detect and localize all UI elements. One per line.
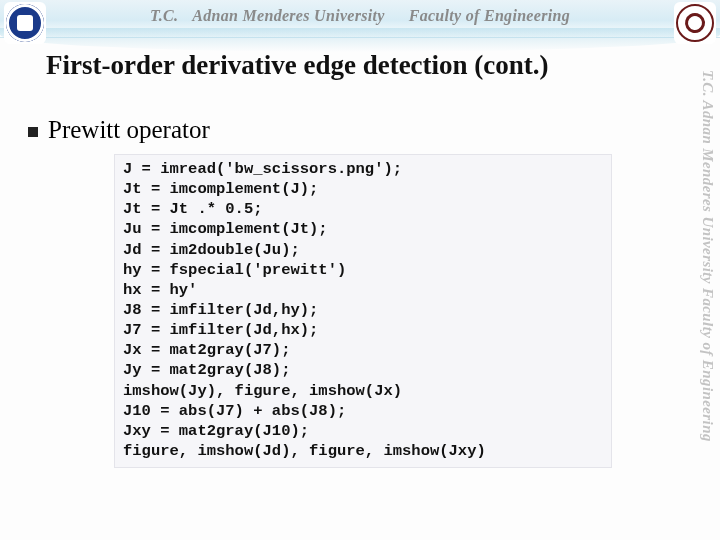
bullet-label: Prewitt operator [48, 116, 210, 144]
seal-icon [6, 4, 44, 42]
matlab-code-block: J = imread('bw_scissors.png'); Jt = imco… [114, 154, 612, 468]
side-watermark: T.C. Adnan Menderes University Faculty o… [696, 70, 718, 532]
gear-seal-icon [676, 4, 714, 42]
slide-title: First-order derivative edge detection (c… [46, 50, 549, 81]
bullet-prewitt: Prewitt operator [28, 116, 210, 144]
header-wave-glow [0, 28, 720, 52]
header-banner: T.C. Adnan Menderes University Faculty o… [0, 2, 720, 30]
banner-tc: T.C. [150, 7, 178, 25]
banner-university: Adnan Menderes University [192, 7, 384, 25]
side-watermark-text: T.C. Adnan Menderes University Faculty o… [699, 70, 716, 442]
faculty-logo-right [674, 2, 716, 44]
bullet-square-icon [28, 127, 38, 137]
university-logo-left [4, 2, 46, 44]
banner-faculty: Faculty of Engineering [409, 7, 570, 25]
